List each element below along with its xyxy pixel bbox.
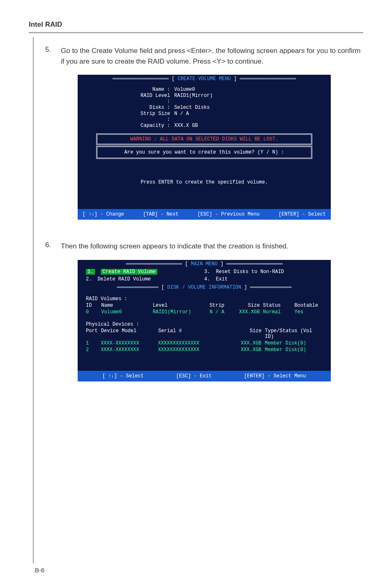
d2-serial: XXXXXXXXXXXXXX <box>158 347 227 353</box>
menu3-num: 3. <box>204 269 210 275</box>
d1-type: Member Disk(0) <box>265 340 323 346</box>
page-number: B-6 <box>35 567 44 574</box>
pcol-port: Port <box>86 328 98 340</box>
menu1-num: 1. <box>86 269 95 275</box>
d1-port: 1 <box>86 340 97 346</box>
bios2-footer: [ ↑↓] - Select [ESC] - Exit [ENTER] - Se… <box>78 371 331 381</box>
col-status: Status <box>263 303 291 308</box>
vol-id: 0 <box>86 309 98 315</box>
footer-prev: [ESC] - Previous Menu <box>197 211 259 217</box>
footer2-exit: [ESC] - Exit <box>176 373 212 379</box>
step5-num: 5. <box>45 46 53 67</box>
warning-box: WARNING : ALL DATA ON SELECTED DISKS WIL… <box>96 133 312 145</box>
disk-vol-section: DISK / VOLUME INFORMATION <box>78 285 331 290</box>
bios-create-volume: CREATE VOLUME MENU Name :Volume0 RAID Le… <box>77 74 332 220</box>
footer-select: [ENTER] - Select <box>279 211 326 217</box>
footer2-menu: [ENTER] - Select Menu <box>244 373 306 379</box>
vol-status: Normal <box>263 309 291 315</box>
menu3-label: Reset Disks to Non-RAID <box>216 269 284 275</box>
col-level: Level <box>153 303 197 308</box>
col-boot: Bootable <box>295 303 323 308</box>
step6-text: Then the following screen appears to ind… <box>61 241 288 252</box>
raid-label: RAID Level : <box>137 93 174 104</box>
phys-devices-header: Physical Devices : <box>86 322 323 327</box>
cap-val: XXX.X GB <box>174 123 198 129</box>
d2-type: Member Disk(0) <box>265 347 323 353</box>
menu2-num: 2. <box>86 276 92 282</box>
menu4-num: 4. <box>204 276 210 282</box>
col-strip: Strip <box>200 303 224 308</box>
name-label: Name : <box>137 87 174 92</box>
vol-name: Volume0 <box>101 309 149 315</box>
help-text: Press ENTER to create the specified volu… <box>84 167 325 206</box>
footer2-select: [ ↑↓] - Select <box>102 373 144 379</box>
strip-label: Strip Size : <box>137 111 174 122</box>
d2-size: XXX.XGB <box>231 347 261 353</box>
side-line <box>33 37 34 563</box>
d1-serial: XXXXXXXXXXXXXX <box>158 340 227 346</box>
col-size: Size <box>228 303 260 308</box>
pcol-serial: Serial # <box>158 328 228 340</box>
vol-strip: N / A <box>200 309 224 315</box>
vol-boot: Yes <box>295 309 323 315</box>
menu2-label: Delete RAID Volume <box>97 276 151 282</box>
header-rule <box>29 32 363 33</box>
cap-label: Capacity : <box>137 123 174 129</box>
col-name: Name <box>101 303 149 308</box>
d2-port: 2 <box>86 347 97 353</box>
d2-model: XXXX-XXXXXXXX <box>101 347 154 353</box>
step6-num: 6. <box>45 241 53 252</box>
bios1-footer: [ ↑↓] - Change [TAB] - Next [ESC] - Prev… <box>78 209 331 220</box>
footer-change: [ ↑↓] - Change <box>83 211 124 217</box>
page-header: Intel RAID <box>29 21 363 29</box>
strip-val: N / A <box>174 111 189 122</box>
vol-size: XXX.XGB <box>228 309 260 315</box>
d1-model: XXXX-XXXXXXXX <box>101 340 154 346</box>
pcol-type: Type/Status (Vol ID) <box>265 328 323 340</box>
name-val: Volume0 <box>174 87 195 92</box>
pcol-model: Device Model <box>101 328 155 340</box>
raid-val: RAID1(Mirror) <box>174 93 213 104</box>
menu1-label: Create RAID Volume <box>101 269 157 275</box>
bios-main-menu: MAIN MENU 1.Create RAID Volume 3.Reset D… <box>77 259 332 382</box>
raid-volumes-header: RAID Volumes : <box>86 296 323 302</box>
menu4-label: Exit <box>216 276 228 282</box>
bios1-title: CREATE VOLUME MENU <box>78 75 331 83</box>
disks-val: Select Disks <box>174 105 210 110</box>
col-id: ID <box>86 303 98 308</box>
disks-label: Disks : <box>137 105 174 110</box>
pcol-size: Size <box>231 328 262 340</box>
vol-level: RAID1(Mirror) <box>153 309 197 315</box>
step5-text: Go to the Create Volume field and press … <box>61 46 363 67</box>
footer-next: [TAB] - Next <box>143 211 178 217</box>
bios2-title: MAIN MENU <box>78 260 331 268</box>
d1-size: XXX.XGB <box>231 340 261 346</box>
confirm-box: Are you sure you want to create this vol… <box>96 146 312 159</box>
